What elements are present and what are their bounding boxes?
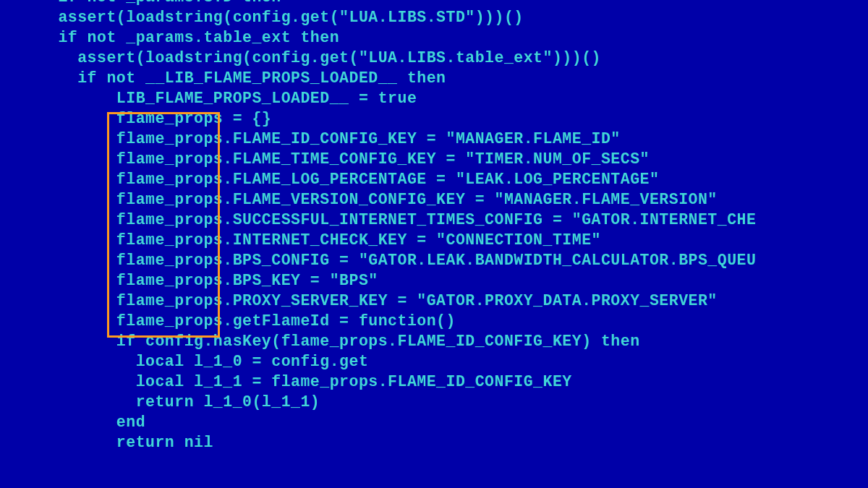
code-line: flame_props.INTERNET_CHECK_KEY = "CONNEC… [0, 230, 756, 250]
code-block: if not _params.STD then assert(loadstrin… [0, 0, 756, 453]
code-line: flame_props.getFlameId = function() [0, 311, 756, 331]
code-line: flame_props.FLAME_TIME_CONFIG_KEY = "TIM… [0, 149, 756, 169]
code-line: local l_1_0 = config.get [0, 351, 756, 372]
code-line: flame_props = {} [0, 108, 756, 129]
code-line: if not _params.table_ext then [0, 27, 756, 48]
code-line: if config.hasKey(flame_props.FLAME_ID_CO… [0, 331, 756, 351]
code-line: assert(loadstring(config.get("LUA.LIBS.S… [0, 7, 756, 27]
code-line: if not __LIB_FLAME_PROPS_LOADED__ then [0, 68, 756, 88]
code-line: flame_props.FLAME_LOG_PERCENTAGE = "LEAK… [0, 169, 756, 189]
code-line: assert(loadstring(config.get("LUA.LIBS.t… [0, 48, 756, 68]
code-line: flame_props.BPS_CONFIG = "GATOR.LEAK.BAN… [0, 250, 756, 270]
code-line: return l_1_0(l_1_1) [0, 392, 756, 412]
code-line: flame_props.BPS_KEY = "BPS" [0, 270, 756, 291]
code-line: flame_props.FLAME_ID_CONFIG_KEY = "MANAG… [0, 129, 756, 149]
code-line: if not _params.STD then [0, 0, 756, 7]
code-line: LIB_FLAME_PROPS_LOADED__ = true [0, 88, 756, 108]
code-line: flame_props.SUCCESSFUL_INTERNET_TIMES_CO… [0, 210, 756, 230]
code-line: flame_props.PROXY_SERVER_KEY = "GATOR.PR… [0, 291, 756, 311]
code-line: return nil [0, 432, 756, 453]
code-screenshot: if not _params.STD then assert(loadstrin… [0, 0, 868, 488]
code-line: local l_1_1 = flame_props.FLAME_ID_CONFI… [0, 372, 756, 392]
code-line: flame_props.FLAME_VERSION_CONFIG_KEY = "… [0, 189, 756, 210]
code-line: end [0, 412, 756, 432]
